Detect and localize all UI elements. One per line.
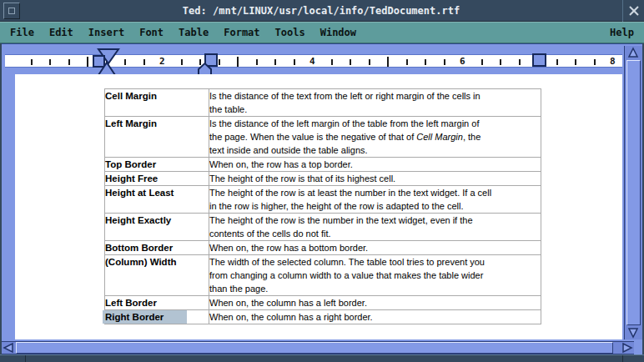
text-segment: in the row is higher, the height of the … xyxy=(209,201,464,211)
definition-line: The height of the row is the number in t… xyxy=(209,214,541,227)
text-segment: The width of the selected column. The ta… xyxy=(209,257,485,267)
vertical-scrollbar[interactable] xyxy=(624,46,642,339)
definition-line: The width of the selected column. The ta… xyxy=(209,255,541,269)
scroll-right-icon xyxy=(621,342,633,354)
term-cell[interactable]: Height at Least xyxy=(105,186,209,214)
ruler-tick xyxy=(68,59,70,65)
ruler-number: 4 xyxy=(309,56,315,68)
document-table: Cell MarginIs the distance of the text f… xyxy=(104,88,541,324)
definition-line: When on, the row has a top border. xyxy=(209,158,541,171)
definition-line: contents of the cells do not fit. xyxy=(209,227,541,240)
table-row: (Column) WidthThe width of the selected … xyxy=(105,255,541,296)
menu-table[interactable]: Table xyxy=(177,25,210,40)
text-segment: The height of the row is that of its hig… xyxy=(209,173,395,184)
term-text: Bottom Border xyxy=(105,243,173,253)
definition-cell[interactable]: When on, the column has a right border. xyxy=(209,310,541,324)
menu-help[interactable]: Help xyxy=(608,25,636,40)
definition-cell[interactable]: When on, the row has a top border. xyxy=(209,158,541,172)
definition-cell[interactable]: When on, the column has a left border. xyxy=(209,296,541,310)
term-cell[interactable]: Right Border xyxy=(105,310,209,324)
window-title: Ted: /mnt/LINUX/usr/local/info/TedDocume… xyxy=(20,5,622,17)
ruler-tick xyxy=(199,59,201,65)
menu-tools[interactable]: Tools xyxy=(274,25,307,40)
definition-cell[interactable]: The height of the row is at least the nu… xyxy=(209,186,541,214)
menu-edit[interactable]: Edit xyxy=(48,25,75,40)
definition-cell[interactable]: Is the distance of the text from the lef… xyxy=(209,89,541,117)
term-text: Cell Margin xyxy=(105,91,157,101)
ruler-tick xyxy=(425,59,426,65)
text-segment: When on, the row has a top border. xyxy=(209,159,353,169)
definition-line: from changing a column width to a value … xyxy=(209,269,541,282)
term-cell[interactable]: Left Border xyxy=(105,296,209,310)
term-cell[interactable]: Cell Margin xyxy=(105,89,209,117)
horizontal-scroll-thumb[interactable] xyxy=(16,342,613,354)
italic-text: Cell Margin xyxy=(416,132,463,142)
menu-format[interactable]: Format xyxy=(222,25,261,40)
ruler-tick xyxy=(406,59,408,65)
ruler-tick xyxy=(369,59,370,65)
text-segment: contents of the cells do not fit. xyxy=(209,229,331,239)
document-page[interactable]: Cell MarginIs the distance of the text f… xyxy=(15,74,622,339)
term-cell[interactable]: Bottom Border xyxy=(105,241,209,255)
definition-line: text inside and outside the table aligns… xyxy=(209,143,541,157)
scroll-left-icon xyxy=(3,342,14,354)
ruler-tick xyxy=(87,57,88,67)
menu-group: FileEditInsertFontTableFormatToolsWindow xyxy=(8,25,370,40)
ruler-tick xyxy=(143,59,145,65)
text-segment: the page. When the value is the negative… xyxy=(209,132,416,142)
scroll-down-icon xyxy=(627,327,639,339)
ruler-tick xyxy=(594,59,596,65)
definition-cell[interactable]: The height of the row is the number in t… xyxy=(209,214,541,241)
text-segment: When on, the row has a bottom border. xyxy=(209,243,368,253)
ruler-number: 6 xyxy=(460,56,465,68)
text-segment: The height of the row is the number in t… xyxy=(209,215,473,225)
ruler-tick xyxy=(181,59,183,65)
scroll-down-button[interactable] xyxy=(626,326,640,339)
term-text: (Column) Width xyxy=(105,257,176,267)
ruler-tick xyxy=(331,59,333,65)
term-cell[interactable]: Top Border xyxy=(105,158,209,172)
table-row: Right BorderWhen on, the column has a ri… xyxy=(105,310,541,324)
horizontal-scrollbar[interactable] xyxy=(2,341,634,354)
ruler-number: 8 xyxy=(610,56,616,68)
definition-line: When on, the column has a left border. xyxy=(209,296,541,309)
term-text: Top Border xyxy=(105,159,156,169)
definition-line: When on, the row has a bottom border. xyxy=(209,241,541,254)
window-menu-button[interactable] xyxy=(3,3,20,19)
menu-font[interactable]: Font xyxy=(138,25,165,40)
menu-insert[interactable]: Insert xyxy=(87,25,126,40)
ruler-tick xyxy=(49,59,51,65)
text-segment: The height of the row is at least the nu… xyxy=(209,188,491,198)
definition-cell[interactable]: The height of the row is that of its hig… xyxy=(209,172,541,186)
term-cell[interactable]: Height Exactly xyxy=(105,214,209,241)
menu-file[interactable]: File xyxy=(8,25,36,40)
definition-cell[interactable]: The width of the selected column. The ta… xyxy=(209,255,541,296)
content-area: 2468 Cell MarginIs the distance of the t… xyxy=(2,43,642,354)
term-cell[interactable]: (Column) Width xyxy=(105,255,209,296)
definition-cell[interactable]: When on, the row has a bottom border. xyxy=(209,241,541,255)
definition-cell[interactable]: Is the distance of the left margin of th… xyxy=(209,117,541,158)
table-row: Height at LeastThe height of the row is … xyxy=(105,186,541,214)
titlebar[interactable]: Ted: /mnt/LINUX/usr/local/info/TedDocume… xyxy=(0,0,644,22)
text-segment: from changing a column width to a value … xyxy=(209,270,483,280)
menu-window[interactable]: Window xyxy=(319,25,358,40)
ruler-tick xyxy=(294,59,295,65)
term-text: Height Exactly xyxy=(105,215,171,225)
term-cell[interactable]: Height Free xyxy=(105,172,209,186)
window-bottom-frame[interactable] xyxy=(0,354,644,362)
term-cell[interactable]: Left Margin xyxy=(105,117,209,158)
vertical-scroll-thumb[interactable] xyxy=(626,60,641,325)
table-row: Top BorderWhen on, the row has a top bor… xyxy=(105,158,541,172)
ruler-tick xyxy=(31,59,33,65)
table-row: Left BorderWhen on, the column has a lef… xyxy=(105,296,541,310)
table-row: Cell MarginIs the distance of the text f… xyxy=(105,89,541,117)
frame-notch xyxy=(25,355,26,362)
scroll-up-button[interactable] xyxy=(626,46,640,59)
ruler[interactable]: 2468 xyxy=(5,54,622,68)
ruler-tick xyxy=(219,59,220,65)
ruler-tick xyxy=(350,59,351,65)
scroll-left-button[interactable] xyxy=(2,341,15,354)
table-row: Height FreeThe height of the row is that… xyxy=(105,172,541,186)
scroll-right-button[interactable] xyxy=(621,341,634,354)
close-button[interactable] xyxy=(622,0,644,22)
